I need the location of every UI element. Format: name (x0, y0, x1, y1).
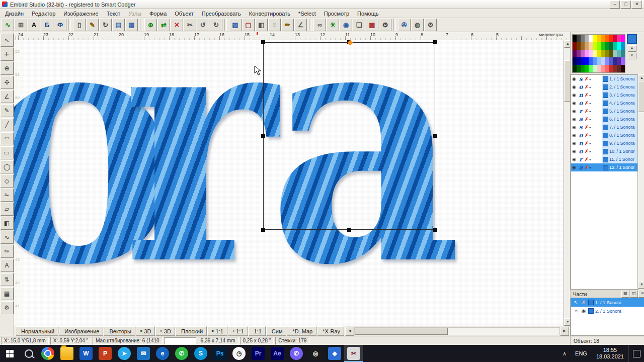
color-chip[interactable] (601, 35, 605, 42)
color-chip[interactable] (573, 65, 577, 72)
canvas-horizontal-scrollbar[interactable]: ◀ ▶ (345, 327, 569, 335)
knot-lock-icon[interactable]: ▪ (590, 101, 591, 106)
thread-chip[interactable] (603, 157, 608, 162)
knot-lock-icon[interactable]: ▪ (590, 141, 591, 146)
toolbar-button[interactable]: ∠ (294, 19, 307, 31)
color-chip[interactable] (621, 42, 625, 50)
toolbar-button[interactable]: ↻ (210, 19, 222, 31)
color-chip[interactable] (589, 50, 593, 57)
object-list-row[interactable]: ◉ o ✗ ▪ 8. / 1 Sonora (571, 131, 638, 139)
toolbar-button[interactable]: ⚙ (424, 19, 437, 31)
toolbar-button[interactable]: Б (41, 19, 53, 31)
lock-x-icon[interactable]: ✗ (585, 93, 589, 98)
taskbar-app-button[interactable]: W (76, 345, 96, 362)
tool-button[interactable]: ✎ (1, 104, 14, 117)
language-indicator[interactable]: ENG (571, 350, 592, 356)
view-mode-button[interactable]: *D. Map (287, 326, 316, 336)
knot-lock-icon[interactable]: ▪ (590, 117, 591, 122)
color-chip[interactable] (617, 42, 621, 50)
tray-chevron-icon[interactable]: ∧ (558, 350, 571, 357)
taskbar-app-button[interactable]: Ps (210, 345, 229, 362)
maximize-button[interactable]: □ (621, 1, 631, 9)
view-mode-button[interactable]: ●3D (155, 326, 175, 336)
color-chip[interactable] (593, 50, 597, 57)
notification-center-button[interactable] (628, 345, 644, 362)
taskbar-clock[interactable]: 18:55 18.03.2021 (592, 347, 628, 360)
palette-up-icon[interactable]: ▲ (628, 45, 636, 52)
toolbar-button[interactable] (309, 19, 311, 31)
toolbar-button[interactable]: ◉ (340, 19, 352, 31)
selected-color-chip[interactable] (627, 34, 637, 44)
lock-x-icon[interactable]: ✗ (585, 125, 589, 130)
taskbar-app-button[interactable]: ◷ (229, 345, 249, 362)
selection-handle-top-right[interactable] (433, 40, 437, 44)
taskbar-app-button[interactable]: ✆ (172, 345, 191, 362)
thread-chip[interactable] (603, 165, 608, 170)
color-chip[interactable] (597, 65, 601, 72)
knot-lock-icon[interactable]: ▪ (590, 165, 591, 170)
thread-chip[interactable] (603, 141, 608, 146)
taskbar-app-button[interactable]: Pr (249, 345, 268, 362)
knot-lock-icon[interactable]: ▪ (590, 149, 591, 154)
toolbar-button[interactable]: ▯ (73, 19, 86, 31)
view-mode-button[interactable]: ●3D (136, 326, 155, 336)
menu-item[interactable]: *Select (294, 10, 320, 18)
parts-row[interactable]: ↖ ✗ 1. / 1 Sonora (571, 298, 644, 307)
toolbar-button[interactable]: ✂ (184, 19, 196, 31)
color-chip[interactable] (585, 50, 589, 57)
tool-button[interactable]: ⚙ (1, 301, 14, 314)
object-list-row[interactable]: ◉ r ✗ ▪ 11. / 1 Sonor (571, 155, 638, 163)
part-thread-chip[interactable] (588, 308, 594, 314)
object-list-scrollbar[interactable]: ▲ ▼ (637, 74, 644, 289)
color-chip[interactable] (585, 42, 589, 50)
lock-x-icon[interactable]: ✗ (585, 133, 589, 138)
knot-lock-icon[interactable]: ▪ (590, 157, 591, 162)
color-chip[interactable] (617, 65, 621, 72)
tool-button[interactable]: ╱ (1, 118, 14, 131)
tool-button[interactable]: ✣ (1, 76, 14, 89)
toolbar-button[interactable]: ▢ (242, 19, 255, 31)
lock-x-icon[interactable]: ✗ (585, 76, 589, 81)
tool-button[interactable]: ▦ (1, 287, 14, 300)
selection-box[interactable] (263, 42, 435, 230)
color-chip[interactable] (581, 42, 585, 50)
color-chip[interactable] (605, 65, 609, 72)
visibility-eye-icon[interactable]: ◉ (572, 109, 577, 114)
toolbar-button[interactable]: ⊞ (15, 19, 27, 31)
taskbar-app-button[interactable]: Ae (268, 345, 287, 362)
taskbar-app-button[interactable]: ◆ (325, 345, 344, 362)
toolbar-button[interactable]: ✳ (327, 19, 339, 31)
taskbar-app-button[interactable] (38, 345, 57, 362)
object-list-row[interactable]: ◉ a ✗ ▪ 12. / 1 Sonor (571, 163, 638, 171)
view-mode-button[interactable]: 1:1 (249, 326, 266, 336)
knot-lock-icon[interactable]: ▪ (590, 109, 591, 114)
object-list-row[interactable]: ◉ o ✗ ▪ 2. / 1 Sonora (571, 83, 638, 91)
view-mode-button[interactable]: ◑1:1 (228, 326, 248, 336)
visibility-eye-icon[interactable]: ◉ (572, 93, 577, 98)
color-chip[interactable] (601, 42, 605, 50)
color-chip[interactable] (593, 57, 597, 65)
view-mode-button[interactable]: Векторы (104, 326, 135, 336)
menu-item[interactable]: Конвертировать (245, 10, 294, 18)
tool-button[interactable]: ◯ (1, 160, 14, 173)
scroll-right-icon[interactable]: ▶ (560, 327, 569, 336)
hscroll-thumb[interactable] (355, 328, 448, 335)
color-chip[interactable] (597, 42, 601, 50)
thread-chip[interactable] (603, 101, 608, 106)
color-chip[interactable] (605, 42, 609, 50)
thread-chip[interactable] (603, 93, 608, 98)
toolbar-button[interactable]: A (28, 19, 40, 31)
taskbar-app-button[interactable] (57, 345, 76, 362)
menu-item[interactable]: Помощь (353, 10, 383, 18)
embroidery-letter[interactable]: r (122, 40, 280, 309)
part-thread-chip[interactable] (588, 300, 594, 305)
color-chip[interactable] (585, 65, 589, 72)
parts-header-button[interactable]: ≡ (638, 291, 644, 298)
visibility-eye-icon[interactable]: ◉ (572, 101, 577, 106)
search-button[interactable] (19, 345, 38, 362)
color-chip[interactable] (597, 57, 601, 65)
view-mode-button[interactable]: Нормальный (16, 326, 58, 336)
knot-lock-icon[interactable]: ▪ (590, 93, 591, 98)
color-chip[interactable] (577, 57, 581, 65)
knot-lock-icon[interactable]: ▪ (590, 125, 591, 130)
